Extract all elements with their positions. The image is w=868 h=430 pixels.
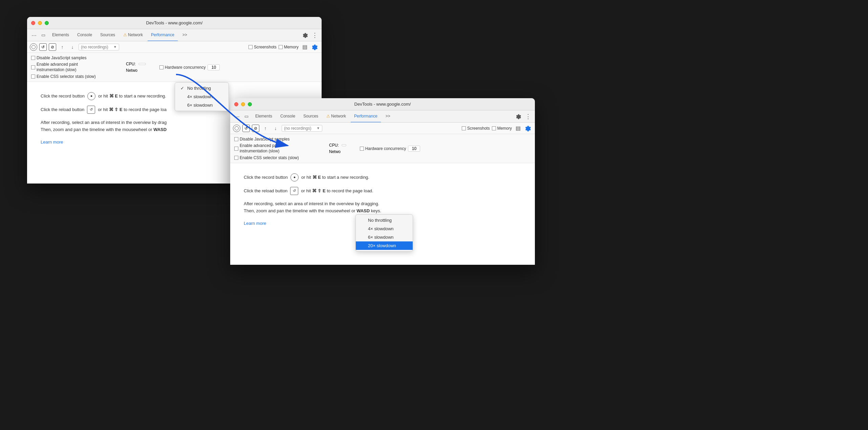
hardware-input-back[interactable] [208, 64, 220, 70]
dropdown-item-4x-back[interactable]: 4× slowdown [175, 92, 229, 101]
stop-button-front[interactable]: ⊘ [252, 125, 259, 132]
tab-elements-back[interactable]: Elements [49, 29, 72, 41]
learn-more-link-front[interactable]: Learn more [244, 221, 266, 226]
tab-more-back[interactable]: >> [179, 29, 191, 41]
memory-label-front: Memory [497, 126, 512, 131]
options-area-back: Disable JavaScript samples Enable advanc… [27, 53, 322, 82]
tab-performance-back[interactable]: Performance [148, 29, 178, 41]
screenshots-checkbox-front[interactable]: Screenshots [462, 126, 490, 131]
close-button-back[interactable] [31, 21, 35, 25]
more-options-icon-back[interactable]: ⋮ [311, 31, 319, 39]
maximize-button-back[interactable] [45, 21, 49, 25]
recordings-placeholder-back: (no recordings) [81, 45, 108, 49]
reload-text-front: Click the reload button [244, 188, 287, 195]
disable-js-front[interactable]: Disable JavaScript samples [234, 137, 322, 142]
upload-icon-back[interactable]: ↑ [58, 43, 66, 51]
traffic-lights-back [31, 21, 49, 25]
disable-js-cb-front [234, 137, 238, 141]
css-selector-label-back: Enable CSS selector stats (slow) [37, 74, 96, 79]
learn-more-link-back[interactable]: Learn more [41, 139, 63, 145]
tab-bar-back: ⋯ ▭ Elements Console Sources ⚠Network Pe… [27, 29, 322, 41]
hardware-concurrency-back[interactable]: Hardware concurrency [159, 65, 206, 70]
more-options-icon-front[interactable]: ⋮ [524, 112, 532, 121]
minimize-button-back[interactable] [38, 21, 42, 25]
memory-icon-front[interactable]: ▤ [514, 124, 522, 132]
stop-button-back[interactable]: ⊘ [49, 43, 56, 51]
check-icon-back: ✓ [180, 86, 185, 91]
settings-icon-front[interactable] [515, 112, 523, 121]
tab-sources-front[interactable]: Sources [300, 110, 322, 123]
advanced-paint-cb-back [31, 65, 35, 69]
dropdown-item-6x-back[interactable]: 6× slowdown [175, 101, 229, 109]
screenshots-checkbox-back[interactable]: Screenshots [248, 45, 277, 49]
download-icon-front[interactable]: ↓ [272, 124, 280, 132]
dropdown-item-no-throttle-back[interactable]: ✓ No throttling [175, 84, 229, 92]
traffic-lights-front [234, 102, 252, 106]
network-warning-icon-front: ⚠ [326, 114, 330, 119]
dropdown-item-4x-front[interactable]: 4× slowdown [356, 224, 413, 233]
dropdown-item-no-throttle-front[interactable]: No throttling [356, 216, 413, 224]
reload-record-button-back[interactable]: ↺ [39, 43, 47, 51]
minimize-button-front[interactable] [241, 102, 245, 106]
download-icon-back[interactable]: ↓ [68, 43, 77, 51]
memory-checkbox-back[interactable]: Memory [279, 45, 299, 49]
window-title-front: DevTools - www.google.com/ [354, 102, 411, 107]
record-text-back: Click the record button [41, 93, 85, 100]
advanced-paint-cb-front [234, 147, 238, 151]
advanced-paint-back[interactable]: Enable advanced paintinstrumentation (sl… [31, 62, 119, 72]
css-selector-label-front: Enable CSS selector stats (slow) [240, 155, 299, 160]
tab-elements-front[interactable]: Elements [252, 110, 276, 123]
inspect-icon[interactable]: ⋯ [30, 31, 38, 39]
dropdown-label-4x-back: 4× slowdown [187, 94, 213, 99]
record-shortcut-back: or hit ⌘ E to start a new recording. [98, 93, 166, 100]
upload-icon-front[interactable]: ↑ [261, 124, 269, 132]
memory-checkbox-front[interactable]: Memory [492, 126, 512, 131]
maximize-button-front[interactable] [248, 102, 252, 106]
memory-icon-back[interactable]: ▤ [301, 43, 309, 51]
recordings-select-back[interactable]: (no recordings) ▼ [79, 44, 119, 50]
tab-network-back[interactable]: ⚠Network [120, 29, 146, 41]
cpu-select-back[interactable] [138, 63, 146, 65]
css-selector-cb-front [234, 156, 238, 160]
recordings-select-front[interactable]: (no recordings) ▼ [282, 125, 322, 132]
close-button-front[interactable] [234, 102, 238, 106]
css-selector-front[interactable]: Enable CSS selector stats (slow) [234, 155, 322, 160]
memory-cb-icon-back [279, 45, 283, 49]
tab-bar-front: ⋯ ▭ Elements Console Sources ⚠Network Pe… [230, 110, 535, 123]
network-label-front: Netwo [329, 149, 341, 154]
dropdown-item-20x-front[interactable]: 20× slowdown [356, 241, 413, 250]
cpu-dropdown-back: ✓ No throttling 4× slowdown 6× slowdown [175, 82, 229, 111]
advanced-paint-front[interactable]: Enable advanced paintinstrumentation (sl… [234, 143, 322, 154]
tab-network-front[interactable]: ⚠Network [323, 110, 349, 123]
device-icon[interactable]: ▭ [39, 31, 47, 39]
desc-line1-back: After recording, select an area of inter… [41, 120, 167, 125]
hardware-input-front[interactable] [408, 146, 420, 152]
record-button-front[interactable] [233, 125, 240, 132]
record-btn-icon-back: ● [87, 92, 95, 100]
settings-icon-back[interactable] [301, 31, 309, 39]
tab-performance-front[interactable]: Performance [351, 110, 381, 123]
record-shortcut-front: or hit ⌘ E to start a new recording. [301, 174, 369, 181]
css-selector-back[interactable]: Enable CSS selector stats (slow) [31, 74, 119, 79]
cpu-select-front[interactable] [342, 144, 346, 146]
hardware-concurrency-front[interactable]: Hardware concurrency [360, 146, 406, 151]
tab-sources-back[interactable]: Sources [97, 29, 118, 41]
network-row-front: Netwo [329, 149, 346, 154]
settings-blue-icon-back[interactable] [311, 43, 319, 51]
device-icon-front[interactable]: ▭ [242, 112, 251, 121]
tab-console-front[interactable]: Console [277, 110, 299, 123]
css-selector-cb-back [31, 74, 35, 79]
reload-record-button-front[interactable]: ↺ [242, 125, 250, 132]
dropdown-item-6x-front[interactable]: 6× slowdown [356, 233, 413, 241]
desc-line2-back: Then, zoom and pan the timeline with the… [41, 127, 167, 132]
wasd-label-front: WASD [356, 208, 370, 213]
record-button-back[interactable] [30, 43, 37, 51]
tab-console-back[interactable]: Console [74, 29, 95, 41]
settings-blue-icon-front[interactable] [524, 124, 532, 132]
hardware-label-back: Hardware concurrency [165, 65, 206, 70]
inspect-icon-front[interactable]: ⋯ [233, 112, 241, 121]
select-arrow-icon-back: ▼ [113, 45, 117, 49]
cpu-dropdown-front: No throttling 4× slowdown 6× slowdown 20… [355, 214, 413, 252]
tab-more-front[interactable]: >> [382, 110, 394, 123]
disable-js-back[interactable]: Disable JavaScript samples [31, 56, 119, 60]
